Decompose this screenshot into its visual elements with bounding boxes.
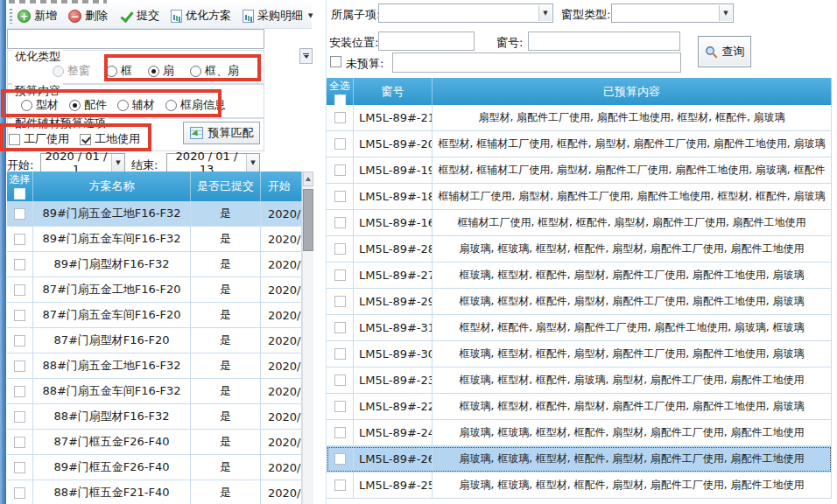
no-budget-checkbox[interactable] [330,56,341,67]
column-header-select[interactable]: 选择 [7,172,33,201]
date-start-picker[interactable]: 2020 / 01 / 1 ▼ [40,153,125,172]
row-checkbox[interactable] [334,322,346,333]
plan-row[interactable]: 89#门扇五金车间F16-F32是2020/0 [7,227,302,252]
toolbar-button-提交[interactable]: 提交 [119,8,159,24]
row-select-cell[interactable] [327,210,354,235]
row-checkbox[interactable] [14,411,25,423]
radio-辅材[interactable]: 辅材 [117,97,155,113]
plan-row[interactable]: 89#门框五金F26-F40是2020/0 [7,455,302,480]
row-select-cell[interactable] [7,404,33,429]
plan-row[interactable]: 88#门扇五金工地F16-F32是2020/0 [7,354,302,379]
window-no-input[interactable] [528,32,680,51]
no-budget-input[interactable] [392,52,681,73]
window-row[interactable]: LM5L-89#-24F22扇玻璃, 框玻璃, 框型材, 框配件, 扇型材, 扇… [327,420,832,446]
plan-row[interactable]: 88#门扇五金车间F16-F32是2020/0 [7,379,302,404]
row-select-cell[interactable] [7,379,33,403]
row-select-cell[interactable] [7,201,33,226]
column-header-window-no[interactable]: 窗号 [354,78,433,105]
plan-row[interactable]: 87#门扇五金工地F16-F20是2020/0 [7,277,302,303]
row-select-cell[interactable] [7,328,33,353]
row-select-cell[interactable] [7,252,33,276]
window-row[interactable]: LM5L-89#-20F18框型材, 框辅材工厂使用, 框配件, 扇型材, 扇配… [327,131,832,158]
row-select-cell[interactable] [7,227,33,251]
row-checkbox[interactable] [14,208,25,220]
window-row[interactable]: LM5L-89#-21F19扇型材, 扇配件工厂使用, 扇配件工地使用, 框型材… [327,105,832,131]
row-select-cell[interactable] [7,277,33,302]
row-checkbox[interactable] [334,401,346,412]
window-row[interactable]: LM5L-89#-28F26扇玻璃, 框玻璃, 框型材, 框配件, 扇型材, 扇… [327,236,832,262]
row-select-cell[interactable] [327,262,354,288]
row-checkbox[interactable] [334,427,346,438]
window-row[interactable]: LM5L-89#-30F28框玻璃, 框型材, 框配件, 扇型材, 扇配件工厂使… [327,341,832,368]
plan-row[interactable]: 87#门扇型材F16-F20是2020/0 [7,328,302,354]
row-checkbox[interactable] [334,112,346,123]
row-checkbox[interactable] [334,480,346,491]
row-select-cell[interactable] [327,315,354,340]
radio-配件[interactable]: 配件 [69,97,107,113]
toolbar-button-删除[interactable]: −删除 [68,8,108,24]
row-checkbox[interactable] [334,191,346,202]
row-select-cell[interactable] [327,131,354,157]
plan-row[interactable]: 87#门扇五金车间F16-F20是2020/0 [7,303,302,328]
window-row[interactable]: LM5L-89#-25F23扇玻璃, 框玻璃, 框型材, 框配件, 扇型材, 扇… [327,472,832,499]
select-all-checkbox[interactable] [334,94,346,105]
budget-match-button[interactable]: 预算匹配 [183,122,260,144]
row-checkbox[interactable] [14,437,25,448]
row-select-cell[interactable] [7,480,33,504]
row-checkbox[interactable] [334,138,346,150]
plan-row[interactable]: 89#门扇型材F16-F32是2020/0 [7,252,302,277]
chevron-down-icon[interactable]: ▼ [246,154,259,172]
plan-filter-input[interactable] [7,29,264,49]
sub-item-combobox[interactable]: ▼ [378,4,553,23]
window-row[interactable]: LM5L-89#-29F27框玻璃, 框型材, 框配件, 扇型材, 扇配件工厂使… [327,289,832,315]
row-select-cell[interactable] [7,455,33,480]
row-select-cell[interactable] [7,354,33,378]
plan-row[interactable]: 89#门扇五金工地F16-F32是2020/0 [7,201,302,227]
window-row[interactable]: LM5L-89#-16F15框辅材工厂使用, 框型材, 框配件, 扇型材, 扇配… [327,210,832,236]
row-select-cell[interactable] [327,236,354,262]
row-checkbox[interactable] [14,284,25,296]
row-select-cell[interactable] [7,303,33,327]
row-checkbox[interactable] [334,453,346,465]
window-row[interactable]: LM5L-89#-27F25框玻璃, 框型材, 框配件, 扇型材, 扇配件工厂使… [327,262,832,289]
row-checkbox[interactable] [334,164,346,176]
row-checkbox[interactable] [14,462,25,473]
window-row[interactable]: LM5L-89#-26F24扇玻璃, 框玻璃, 框型材, 框配件, 扇型材, 扇… [327,446,832,472]
radio-扇[interactable]: 扇 [148,63,174,79]
plan-row[interactable]: 88#门扇型材F16-F32是2020/0 [7,404,302,430]
row-checkbox[interactable] [334,243,346,255]
row-checkbox[interactable] [14,487,25,499]
row-select-cell[interactable] [327,420,354,445]
row-checkbox[interactable] [334,270,346,281]
radio-框[interactable]: 框 [106,63,132,79]
column-header-budgeted-content[interactable]: 已预算内容 [433,78,832,105]
install-position-input[interactable] [378,32,475,51]
chevron-down-icon[interactable]: ▼ [308,12,313,19]
column-header-start[interactable]: 开始 [261,172,302,201]
column-header-plan-name[interactable]: 方案名称 [33,172,191,201]
row-select-cell[interactable] [327,394,354,419]
plan-table-scrollbar[interactable] [302,172,313,504]
row-select-cell[interactable] [327,184,354,209]
row-checkbox[interactable] [14,259,25,270]
toolbar-button-新增[interactable]: +新增 [18,8,57,24]
plan-row[interactable]: 88#门框五金F21-F40是2020/0 [7,480,302,504]
row-checkbox[interactable] [334,348,346,360]
column-header-submitted[interactable]: 是否已提交 [191,172,261,201]
plan-row[interactable]: 87#门框五金F26-F40是2020/0 [7,430,302,455]
toolbar-button-采购明细[interactable]: 采购明细▼ [243,8,313,24]
row-select-cell[interactable] [327,289,354,314]
chevron-down-icon[interactable]: ▼ [538,5,552,21]
row-checkbox[interactable] [334,296,346,307]
row-checkbox[interactable] [14,360,25,372]
scrollbar-thumb[interactable] [303,189,313,251]
row-checkbox[interactable] [14,386,25,397]
radio-框、扇[interactable]: 框、扇 [190,63,239,79]
window-row[interactable]: LM5L-89#-19F17框型材, 框辅材工厂使用, 扇型材, 扇配件工厂使用… [327,158,832,184]
chevron-down-icon[interactable]: ▼ [719,5,732,21]
chevron-down-icon[interactable]: ▼ [111,154,124,172]
row-checkbox[interactable] [334,374,346,386]
row-select-cell[interactable] [7,430,33,454]
scroll-up-button[interactable] [303,172,313,186]
window-row[interactable]: LM5L-89#-22F20框玻璃, 框型材, 框配件, 扇型材, 扇配件工厂使… [327,394,832,420]
